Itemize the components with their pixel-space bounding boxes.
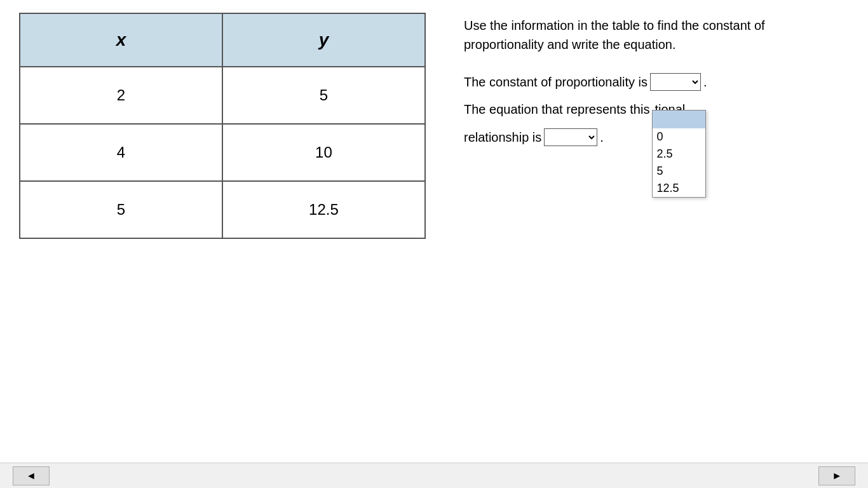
table-cell-y: 12.5 [222, 181, 425, 238]
instructions-text: Use the information in the table to find… [464, 16, 820, 54]
option-2.5[interactable]: 2.5 [653, 146, 705, 163]
col-y-header: y [222, 13, 425, 67]
table-cell-y: 5 [222, 67, 425, 124]
table-row: 512.5 [20, 181, 425, 238]
table-row: 25 [20, 67, 425, 124]
question2-line: The equation that represents this 0 2.5 … [464, 102, 849, 117]
table-cell-x: 4 [20, 124, 222, 181]
table-cell-x: 2 [20, 67, 222, 124]
question1-line: The constant of proportionality is 02.55… [464, 73, 849, 91]
table-cell-y: 10 [222, 124, 425, 181]
q1-prefix: The constant of proportionality is [464, 75, 648, 90]
table-row: 410 [20, 124, 425, 181]
equation-select[interactable]: y=2.5xy=5xy=0x [544, 128, 597, 146]
table-header-row: x y [20, 13, 425, 67]
forward-button[interactable]: ► [818, 466, 855, 485]
q2-prefix: The equation that represents this [464, 102, 649, 117]
table-cell-x: 5 [20, 181, 222, 238]
option-5[interactable]: 5 [653, 163, 705, 180]
data-table: x y 25410512.5 [19, 13, 426, 239]
q2-suffix2: relationship is [464, 130, 541, 145]
right-section: Use the information in the table to find… [464, 13, 849, 158]
option-0[interactable]: 0 [653, 128, 705, 146]
dropdown-selected-display[interactable] [653, 111, 705, 128]
equation-dropdown-open[interactable]: 0 2.5 5 12.5 [652, 110, 706, 198]
col-x-header: x [20, 13, 222, 67]
option-12.5[interactable]: 12.5 [653, 180, 705, 197]
bottom-bar: ◄ ► [0, 463, 868, 488]
table-section: x y 25410512.5 [19, 13, 426, 239]
q1-suffix: . [703, 75, 707, 90]
back-button[interactable]: ◄ [13, 466, 50, 485]
main-content: x y 25410512.5 Use the information in th… [0, 0, 868, 252]
q2-suffix3: . [600, 130, 604, 145]
constant-dropdown[interactable]: 02.5512.5 [650, 73, 701, 91]
